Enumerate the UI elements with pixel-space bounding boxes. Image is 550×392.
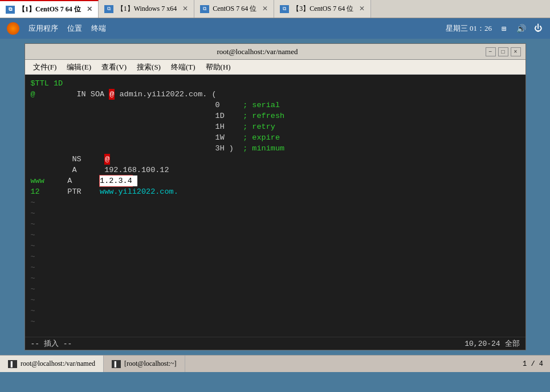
serial-space xyxy=(220,100,243,111)
ptr-domain: www.yili2022.com. xyxy=(100,186,178,197)
close-button[interactable]: × xyxy=(511,47,521,56)
taskbar-page: 1 / 4 xyxy=(523,356,550,372)
window-menubar: 文件(F) 编辑(E) 查看(V) 搜索(S) 终端(T) 帮助(H) xyxy=(25,60,525,75)
tab-centos4[interactable]: ⧉ 【3】CentOS 7 64 位 ✕ xyxy=(274,0,371,18)
help-menu[interactable]: 帮助(H) xyxy=(201,61,235,74)
tilde-4: ~ xyxy=(31,230,520,240)
tab-label-centos4: 【3】CentOS 7 64 位 xyxy=(292,4,353,14)
line-soa: @ IN SOA @ admin.yili2022.com. ( xyxy=(31,89,520,100)
window-title: root@localhost:/var/named xyxy=(30,47,486,56)
taskbar-item-root[interactable]: ▌ [root@localhost:~] xyxy=(104,356,185,372)
www-indent: A xyxy=(44,175,100,186)
line-serial: 0 ; serial xyxy=(31,100,520,111)
line-www: www A 1.2.3.4 xyxy=(31,175,520,186)
soa-at-symbol: @ xyxy=(109,89,115,100)
status-right: 10,20-24 全部 xyxy=(465,338,519,349)
minimize-button[interactable]: − xyxy=(486,47,496,56)
file-menu[interactable]: 文件(F) xyxy=(28,61,62,74)
ns-indent: NS xyxy=(31,154,105,165)
insert-mode: -- 插入 -- xyxy=(31,338,72,349)
refresh-comment: ; refresh xyxy=(243,111,284,121)
taskbar: ▌ root@localhost:/var/named ▌ [root@loca… xyxy=(0,355,550,372)
expire-val: 1W xyxy=(31,132,225,143)
tilde-11: ~ xyxy=(31,305,520,316)
serial-val: 0 xyxy=(31,100,220,111)
status-bar: -- 插入 -- 10,20-24 全部 xyxy=(25,337,525,350)
cursor xyxy=(132,175,137,186)
tab-close-windows[interactable]: ✕ xyxy=(182,5,188,13)
search-menu[interactable]: 搜索(S) xyxy=(132,61,165,74)
power-icon[interactable]: ⏻ xyxy=(533,23,543,34)
tab-label-centos3: CentOS 7 64 位 xyxy=(213,4,256,14)
view-menu[interactable]: 查看(V) xyxy=(97,61,131,74)
ptr-indent: PTR xyxy=(40,186,100,197)
edit-menu[interactable]: 编辑(E) xyxy=(62,61,96,74)
ns-at: @ xyxy=(104,154,110,165)
tab-icon-centos4: ⧉ xyxy=(280,5,289,13)
audio-icon[interactable]: 🔊 xyxy=(516,23,526,34)
page-indicator: 全部 xyxy=(505,340,520,348)
gnome-icon xyxy=(7,22,19,35)
network-icon[interactable]: ⊞ xyxy=(499,23,509,34)
maximize-button[interactable]: □ xyxy=(498,47,508,56)
minimum-space xyxy=(234,143,243,154)
tilde-2: ~ xyxy=(31,208,520,219)
taskbar-label-named: root@localhost:/var/named xyxy=(21,360,95,368)
desktop-right: 星期三 01：26 ⊞ 🔊 ⏻ xyxy=(446,23,543,34)
retry-val: 1H xyxy=(31,121,225,132)
tab-label-windows: 【1】Windows 7 x64 xyxy=(117,4,177,14)
tilde-7: ~ xyxy=(31,262,520,273)
line-a1: A 192.168.100.12 xyxy=(31,165,520,175)
line-minimum: 3H ) ; minimum xyxy=(31,143,520,154)
line-refresh: 1D ; refresh xyxy=(31,111,520,121)
tilde-10: ~ xyxy=(31,295,520,305)
tab-centos1[interactable]: ⧉ 【1】CentOS 7 64 位 ✕ xyxy=(0,0,99,18)
expire-comment: ; expire xyxy=(243,132,280,143)
tilde-12: ~ xyxy=(31,316,520,327)
page-num: 1 / 4 xyxy=(523,360,543,368)
serial-comment: ; serial xyxy=(243,100,280,111)
tab-bar: ⧉ 【1】CentOS 7 64 位 ✕ ⧉ 【1】Windows 7 x64 … xyxy=(0,0,550,18)
taskbar-icon-named: ▌ xyxy=(8,360,17,368)
a1-ip: 192.168.100.12 xyxy=(104,165,169,175)
tab-centos3[interactable]: ⧉ CentOS 7 64 位 ✕ xyxy=(194,0,274,18)
terminal-menu[interactable]: 终端 xyxy=(91,23,106,34)
places-menu[interactable]: 位置 xyxy=(67,23,82,34)
soa-indent: IN SOA xyxy=(35,89,109,100)
clock: 星期三 01：26 xyxy=(446,23,492,34)
refresh-val: 1D xyxy=(31,111,225,121)
terminal-menu2[interactable]: 终端(T) xyxy=(166,61,200,74)
www-ip-highlight: 1.2.3.4 xyxy=(100,175,132,186)
ptr-num: 12 xyxy=(31,186,40,197)
desktop-bar: 应用程序 位置 终端 星期三 01：26 ⊞ 🔊 ⏻ xyxy=(0,18,550,39)
www-label: www xyxy=(31,175,44,186)
tilde-1: ~ xyxy=(31,197,520,208)
tab-windows[interactable]: ⧉ 【1】Windows 7 x64 ✕ xyxy=(99,0,195,18)
taskbar-icon-root: ▌ xyxy=(112,360,121,368)
tab-icon-centos3: ⧉ xyxy=(200,5,209,13)
taskbar-label-root: [root@localhost:~] xyxy=(124,360,177,368)
refresh-space xyxy=(225,111,243,121)
tab-close-centos3[interactable]: ✕ xyxy=(262,5,268,13)
tab-close-centos4[interactable]: ✕ xyxy=(359,5,365,13)
apps-menu[interactable]: 应用程序 xyxy=(28,23,58,34)
at-sign: @ xyxy=(31,89,35,100)
window-controls: − □ × xyxy=(486,47,521,56)
line-retry: 1H ; retry xyxy=(31,121,520,132)
a1-indent: A xyxy=(31,165,105,175)
terminal-content[interactable]: $TTL 1D @ IN SOA @ admin.yili2022.com. (… xyxy=(25,75,525,337)
cursor-pos: 10,20-24 xyxy=(465,340,500,348)
minimum-comment: ; minimum xyxy=(243,143,284,154)
line-ttl: $TTL 1D xyxy=(31,78,520,89)
soa-domain: admin.yili2022.com. ( xyxy=(115,89,216,100)
tab-label-centos1: 【1】CentOS 7 64 位 xyxy=(18,5,81,14)
expire-space xyxy=(225,132,243,143)
tilde-3: ~ xyxy=(31,219,520,230)
ttl-text: $TTL 1D xyxy=(31,78,63,89)
tab-close-centos1[interactable]: ✕ xyxy=(87,5,92,14)
taskbar-item-named[interactable]: ▌ root@localhost:/var/named xyxy=(0,356,104,372)
retry-space xyxy=(225,121,243,132)
tilde-8: ~ xyxy=(31,273,520,284)
tilde-5: ~ xyxy=(31,240,520,251)
tilde-6: ~ xyxy=(31,251,520,262)
